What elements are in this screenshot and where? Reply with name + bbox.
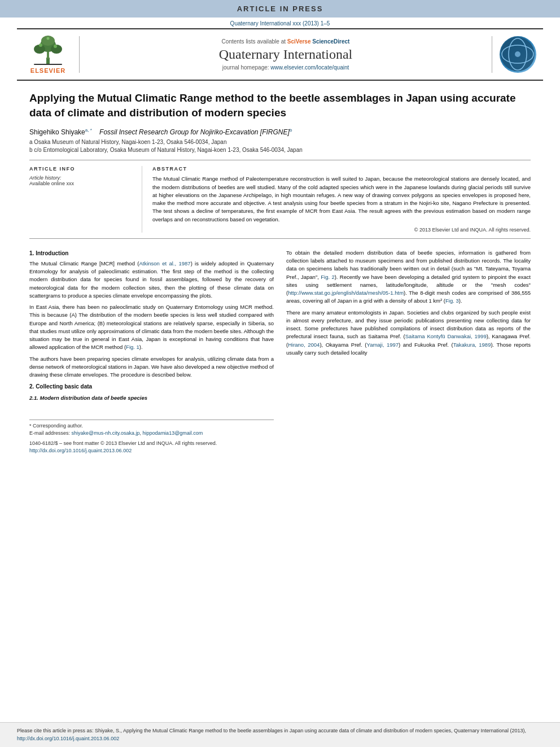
collecting-title: 2. Collecting basic data bbox=[29, 382, 274, 391]
svg-point-7 bbox=[54, 45, 57, 48]
journal-homepage: journal homepage: www.elsevier.com/locat… bbox=[85, 64, 486, 71]
intro-para-2: In East Asia, there has been no paleocli… bbox=[29, 303, 274, 352]
sciencedirect-prefix: Contents lists available at bbox=[222, 38, 287, 45]
journal-logo-circle bbox=[500, 36, 536, 73]
intro-para-1: The Mutual Climatic Range [MCR] method (… bbox=[29, 260, 274, 300]
abstract-heading: ABSTRACT bbox=[152, 166, 531, 172]
collecting-para-2: There are many amateur entomologists in … bbox=[286, 309, 531, 357]
author-name: Shigehiko Shiyake bbox=[29, 128, 85, 136]
paper-title: Applying the Mutual Climatic Range metho… bbox=[29, 91, 531, 120]
direct-label: ScienceDirect bbox=[312, 38, 349, 45]
journal-logo-right bbox=[492, 36, 543, 73]
available-label: Available online xxx bbox=[29, 181, 132, 186]
sciencedirect-line: Contents lists available at SciVerse Sci… bbox=[85, 38, 486, 45]
issn-line: 1040-6182/$ – see front matter © 2013 El… bbox=[29, 440, 274, 448]
collecting-para-1: To obtain the detailed modern distributi… bbox=[286, 249, 531, 305]
affiliation-a: a Osaka Museum of Natural History, Nagai… bbox=[29, 138, 531, 146]
article-in-press-banner: ARTICLE IN PRESS bbox=[0, 0, 560, 18]
email-line: E-mail addresses: shiyake@mus-nh.city.os… bbox=[29, 430, 274, 438]
author-firgne: Fossil Insect Research Group for Nojirik… bbox=[99, 128, 290, 136]
elsevier-label: ELSEVIER bbox=[30, 67, 65, 74]
body-two-col: 1. Introduction The Mutual Climatic Rang… bbox=[29, 243, 531, 461]
journal-ref-line: Quaternary International xxx (2013) 1–5 bbox=[0, 18, 560, 28]
journal-logo-svg bbox=[500, 36, 536, 73]
svg-point-13 bbox=[515, 51, 520, 57]
intro-title: 1. Introduction bbox=[29, 249, 274, 257]
sci-label: SciVerse bbox=[287, 38, 312, 45]
authors-line: Shigehiko Shiyakea, * Fossil Insect Rese… bbox=[29, 128, 531, 136]
bottom-citation: Please cite this article in press as: Sh… bbox=[0, 722, 560, 747]
abstract-col: ABSTRACT The Mutual Climatic Range metho… bbox=[142, 166, 531, 233]
affiliations: a Osaka Museum of Natural History, Nagai… bbox=[29, 138, 531, 154]
svg-point-6 bbox=[39, 43, 42, 47]
email2: hippodamia13@gmail.com bbox=[143, 430, 203, 436]
author-sup-b: b bbox=[290, 128, 292, 133]
journal-header: ELSEVIER Contents lists available at Sci… bbox=[17, 28, 543, 81]
elsevier-tree-icon bbox=[28, 35, 68, 66]
journal-ref-text: Quaternary International xxx (2013) 1–5 bbox=[230, 20, 330, 27]
abstract-text: The Mutual Climatic Range method of Pale… bbox=[152, 175, 531, 224]
journal-center: Contents lists available at SciVerse Sci… bbox=[79, 36, 492, 73]
body-col-left: 1. Introduction The Mutual Climatic Rang… bbox=[29, 249, 274, 455]
doi-line: http://dx.doi.org/10.1016/j.quaint.2013.… bbox=[29, 447, 274, 455]
footnotes-area: * Corresponding author. E-mail addresses… bbox=[29, 420, 274, 455]
article-info-heading: ARTICLE INFO bbox=[29, 166, 132, 172]
corresponding-note: * Corresponding author. bbox=[29, 422, 274, 430]
affiliation-b: b c/o Entomological Laboratory, Osaka Mu… bbox=[29, 146, 531, 154]
copyright-line: © 2013 Elsevier Ltd and INQUA. All right… bbox=[152, 224, 531, 233]
email1: shiyake@mus-nh.city.osaka.jp bbox=[72, 430, 140, 436]
history-label: Article history: bbox=[29, 175, 132, 181]
paper-content: Applying the Mutual Climatic Range metho… bbox=[0, 81, 560, 461]
homepage-url: www.elsevier.com/locate/quaint bbox=[270, 64, 349, 71]
svg-point-8 bbox=[47, 37, 50, 40]
banner-text: ARTICLE IN PRESS bbox=[237, 5, 323, 13]
elsevier-logo: ELSEVIER bbox=[17, 33, 79, 76]
body-col-right: To obtain the detailed modern distributi… bbox=[286, 249, 531, 455]
author-sup-a: a, * bbox=[85, 128, 92, 133]
article-info-col: ARTICLE INFO Article history: Available … bbox=[29, 166, 142, 233]
intro-para-3: The authors have been preparing species … bbox=[29, 355, 274, 379]
info-abstract-section: ARTICLE INFO Article history: Available … bbox=[29, 160, 531, 239]
citation-doi: http://dx.doi.org/10.1016/j.quaint.2013.… bbox=[17, 736, 119, 741]
journal-title: Quaternary International bbox=[85, 47, 486, 62]
page: ARTICLE IN PRESS Quaternary Internationa… bbox=[0, 0, 560, 747]
svg-rect-9 bbox=[34, 64, 62, 65]
subsection-title: 2.1. Modern distribution data of beetle … bbox=[29, 394, 274, 402]
citation-text: Please cite this article in press as: Sh… bbox=[17, 728, 526, 741]
